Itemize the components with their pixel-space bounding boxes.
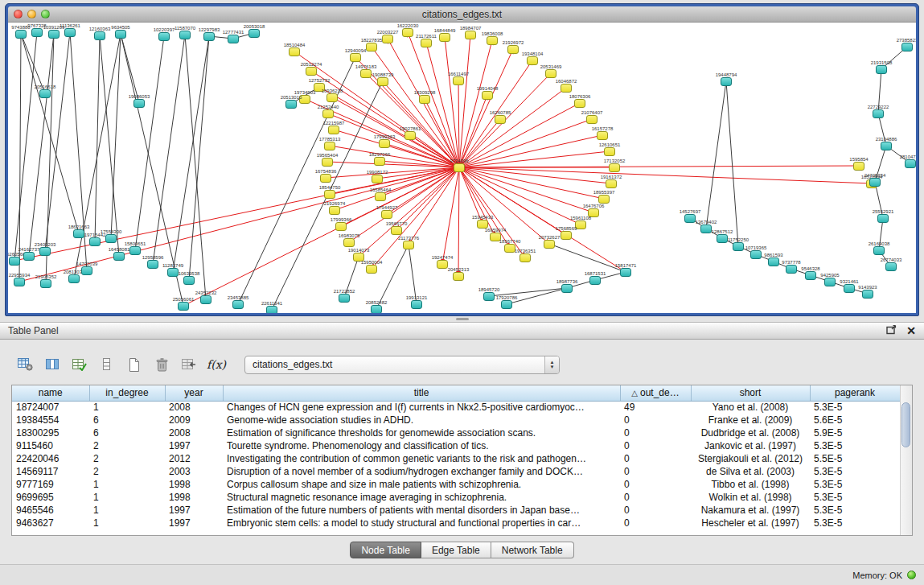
graph-node[interactable]: 18984707 — [465, 31, 476, 39]
graph-node[interactable]: 25056061 — [178, 302, 189, 311]
graph-node[interactable]: 19908172 — [372, 175, 383, 183]
graph-node[interactable]: 23453885 — [232, 300, 244, 309]
graph-node[interactable]: 9767328 — [31, 28, 43, 37]
graph-node[interactable]: 25260560 — [9, 257, 20, 266]
table-row[interactable]: 977716911998Corpus callosum shape and si… — [12, 478, 900, 491]
graph-node[interactable]: 13679402 — [700, 225, 712, 233]
close-window-button[interactable] — [14, 10, 23, 19]
graph-node[interactable]: 22729222 — [873, 109, 884, 118]
graph-node[interactable]: 11587070 — [179, 31, 191, 39]
graph-node[interactable]: 20531469 — [545, 69, 556, 78]
graph-node[interactable]: 12777431 — [228, 35, 239, 43]
graph-node[interactable]: 10639538 — [183, 276, 195, 285]
graph-node[interactable]: 21926974 — [329, 206, 340, 215]
graph-node[interactable]: 11136261 — [64, 28, 76, 37]
graph-node[interactable]: 15950004 — [366, 265, 377, 274]
graph-node[interactable]: 9321461 — [844, 284, 855, 293]
graph-node[interactable]: 17999366 — [335, 222, 347, 231]
table-row[interactable]: 1938455462009Genome-wide association stu… — [12, 414, 900, 426]
graph-node[interactable]: 26169038 — [873, 246, 885, 255]
graph-node[interactable]: 17785313 — [324, 142, 335, 150]
column-header-out_de[interactable]: △out_de… — [620, 385, 691, 401]
column-header-short[interactable]: short — [691, 385, 810, 401]
graph-node[interactable]: 18621663 — [73, 229, 84, 238]
graph-node[interactable]: 17920786 — [501, 300, 512, 309]
graph-node[interactable]: 26774033 — [885, 262, 897, 271]
graph-node[interactable]: 18544750 — [324, 190, 335, 199]
function-builder-button[interactable]: f(x) — [204, 354, 228, 375]
graph-node[interactable]: 15800651 — [129, 246, 141, 255]
rows-button[interactable] — [95, 354, 119, 375]
graph-node[interactable]: 16585464 — [375, 192, 386, 201]
tab-edge-table[interactable]: Edge Table — [421, 542, 491, 558]
window-titlebar[interactable]: citations_edges.txt — [8, 6, 916, 23]
graph-node[interactable]: 20516618 — [39, 89, 51, 98]
delete-button[interactable] — [150, 354, 174, 375]
graph-node[interactable]: 9546328 — [805, 271, 816, 280]
graph-node[interactable]: 18297066 — [374, 157, 385, 166]
graph-node[interactable]: 18076306 — [574, 99, 585, 108]
graph-node[interactable]: 20452313 — [453, 272, 464, 281]
graph-node[interactable]: 19247474 — [437, 260, 448, 269]
graph-node[interactable]: 15817471 — [620, 268, 631, 277]
graph-node[interactable]: 18945720 — [483, 292, 495, 301]
graph-node[interactable]: 12297983 — [203, 32, 215, 41]
graph-node[interactable]: 11283749 — [167, 268, 179, 277]
new-file-button[interactable] — [122, 354, 146, 375]
graph-node[interactable]: 27385823 — [901, 43, 913, 51]
graph-node[interactable]: 17999363 — [379, 139, 390, 148]
graph-node[interactable]: 19088739 — [377, 77, 388, 86]
graph-node[interactable]: 10391209 — [48, 30, 60, 39]
graph-node[interactable]: 20852482 — [371, 305, 382, 313]
graph-node[interactable]: 19715442 — [89, 237, 101, 246]
graph-node[interactable]: 24352232 — [200, 295, 211, 304]
graph-node[interactable]: 20513010 — [285, 100, 297, 109]
graph-node[interactable]: 18987736 — [561, 284, 573, 293]
graph-node[interactable]: 23104886 — [881, 142, 892, 150]
graph-node[interactable]: 16260785 — [495, 115, 506, 124]
graph-node[interactable]: 24162737 — [23, 252, 35, 261]
column-header-year[interactable]: year — [165, 385, 223, 401]
graph-node[interactable]: 24705354 — [869, 178, 881, 187]
graph-node[interactable]: 17944927 — [381, 210, 392, 219]
graph-node[interactable]: 9743880 — [15, 30, 27, 39]
graph-node[interactable]: 21076407 — [586, 115, 598, 124]
column-header-in_degree[interactable]: in_degree — [89, 385, 165, 401]
table-settings-button[interactable] — [13, 354, 37, 375]
table-row[interactable]: 911546021997Tourette syndrome. Phenomeno… — [12, 439, 900, 452]
table-row[interactable]: 969969511998Structural magnetic resonanc… — [12, 491, 900, 504]
scrollbar-thumb[interactable] — [901, 402, 910, 447]
graph-node[interactable]: 12940094 — [350, 53, 361, 62]
graph-node[interactable]: 22955934 — [14, 278, 25, 286]
graph-node[interactable]: 16458081 — [113, 252, 125, 261]
graph-node[interactable]: 19836008 — [487, 36, 498, 45]
graph-node[interactable]: 28104721 — [905, 159, 916, 168]
graph-node[interactable]: 21905352 — [40, 279, 51, 288]
graph-node[interactable]: 20813035 — [68, 274, 80, 283]
float-panel-icon[interactable] — [886, 323, 897, 338]
graph-node[interactable]: 9634505 — [115, 30, 126, 39]
graph-node[interactable]: 21931508 — [876, 65, 887, 74]
graph-node[interactable]: 19027861 — [405, 131, 416, 140]
graph-node[interactable]: 16936218 — [326, 93, 338, 102]
graph-node[interactable]: 19736351 — [519, 253, 531, 262]
graph-node[interactable]: 23409203 — [39, 247, 51, 256]
graph-node[interactable]: 17132052 — [609, 163, 620, 172]
show-columns-button[interactable] — [40, 354, 64, 375]
table-row[interactable]: 946554611997Estimation of the future num… — [12, 504, 900, 517]
graph-node[interactable]: 12958596 — [147, 260, 158, 269]
graph-node[interactable]: 19565770 — [391, 226, 402, 235]
graph-node[interactable]: 16983075 — [343, 238, 355, 247]
graph-node[interactable]: 14527697 — [684, 214, 696, 223]
graph-node[interactable]: 16844849 — [439, 33, 450, 42]
graph-node[interactable]: 19913121 — [411, 300, 422, 309]
graph-node[interactable]: 16754836 — [320, 174, 331, 183]
close-panel-icon[interactable]: ✕ — [906, 325, 916, 336]
graph-node[interactable]: 10719365 — [750, 250, 762, 259]
graph-node[interactable]: 9737778 — [786, 265, 797, 274]
graph-node[interactable]: 11752250 — [733, 242, 744, 251]
tab-node-table[interactable]: Node Table — [350, 542, 421, 558]
graph-node[interactable]: 19161372 — [606, 179, 617, 188]
graph-node[interactable]: 21252440 — [322, 109, 334, 118]
graph-node[interactable]: 12610651 — [604, 147, 615, 156]
